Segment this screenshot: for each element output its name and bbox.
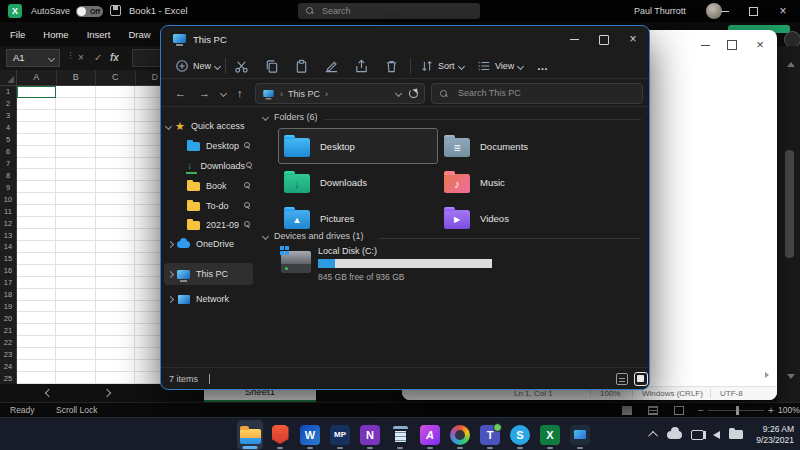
share-button[interactable] <box>354 53 369 79</box>
row-header[interactable]: 14 <box>0 241 16 253</box>
ribbon-tab[interactable]: Draw <box>128 29 150 40</box>
row-header[interactable]: 7 <box>0 158 16 170</box>
up-icon[interactable]: ↑ <box>237 79 243 107</box>
excel-minimize-button[interactable] <box>712 0 738 22</box>
excel-scrollbar-thumb[interactable] <box>785 150 794 258</box>
breadcrumb[interactable]: This PC <box>288 89 320 99</box>
row-header[interactable]: 10 <box>0 193 16 205</box>
folder-tile[interactable]: Downloads <box>278 164 438 200</box>
row-header[interactable]: 25 <box>0 372 16 384</box>
autosave-toggle[interactable]: Off <box>76 6 103 17</box>
save-icon[interactable] <box>110 5 121 16</box>
notepad-minimize-button[interactable] <box>693 30 719 60</box>
address-bar[interactable]: › This PC › <box>255 83 425 104</box>
taskbar-clock[interactable]: 9:26 AM 9/23/2021 <box>752 424 794 445</box>
volume-icon[interactable] <box>713 431 720 439</box>
paste-button[interactable] <box>294 53 309 79</box>
refresh-icon[interactable] <box>409 89 418 98</box>
new-button[interactable]: New <box>175 53 220 79</box>
notepad-close-button[interactable]: × <box>747 30 773 60</box>
sidebar-item[interactable]: This PC <box>164 263 253 285</box>
local-disk-item[interactable]: Local Disk (C:) 845 GB free of 936 GB <box>278 244 518 286</box>
taskbar-app-button[interactable]: X <box>537 420 563 450</box>
taskbar-app-button[interactable] <box>267 420 293 450</box>
devices-section-header[interactable]: Devices and drives (1) <box>263 231 364 241</box>
taskbar-app-button[interactable]: T <box>477 420 503 450</box>
name-box[interactable]: A1 <box>6 49 60 67</box>
row-header[interactable]: 17 <box>0 277 16 289</box>
view-button[interactable]: View <box>477 53 523 79</box>
back-icon[interactable]: ← <box>175 79 186 107</box>
cut-button[interactable] <box>234 53 249 79</box>
row-header[interactable]: 12 <box>0 217 16 229</box>
sort-button[interactable]: Sort <box>420 53 464 79</box>
column-header[interactable]: A <box>17 70 57 85</box>
normal-view-icon[interactable] <box>622 406 632 415</box>
row-header[interactable]: 21 <box>0 324 16 336</box>
sheet-nav-right-icon[interactable] <box>103 389 111 397</box>
ribbon-tab[interactable]: File <box>10 29 25 40</box>
expander-icon[interactable] <box>164 242 176 247</box>
row-header[interactable]: 2 <box>0 98 16 110</box>
delete-button[interactable] <box>384 53 399 79</box>
sidebar-item[interactable]: Desktop <box>164 136 253 156</box>
scroll-up-icon[interactable] <box>787 62 795 67</box>
sidebar-item[interactable]: OneDrive <box>164 234 253 254</box>
row-header[interactable]: 5 <box>0 134 16 146</box>
forward-icon[interactable]: → <box>199 79 210 107</box>
taskbar-app-button[interactable] <box>237 420 263 450</box>
details-view-icon[interactable] <box>616 373 628 385</box>
sidebar-item[interactable]: 2021-09 <box>164 215 253 235</box>
copy-button[interactable] <box>264 53 279 79</box>
cancel-icon[interactable]: × <box>78 49 84 67</box>
row-header[interactable]: 24 <box>0 360 16 372</box>
row-header[interactable]: 3 <box>0 110 16 122</box>
see-more-button[interactable]: … <box>537 53 549 79</box>
row-header[interactable]: 22 <box>0 336 16 348</box>
taskbar-app-button[interactable]: W <box>297 420 323 450</box>
sidebar-item[interactable]: ★ Quick access <box>164 116 253 136</box>
address-dropdown-icon[interactable] <box>395 90 402 97</box>
sidebar-item[interactable]: ↓ Downloads <box>164 156 253 176</box>
taskbar-app-button[interactable]: S <box>507 420 533 450</box>
insert-function-icon[interactable]: fx <box>110 49 119 67</box>
enter-icon[interactable]: ✓ <box>94 49 102 67</box>
row-header[interactable]: 15 <box>0 253 16 265</box>
rename-button[interactable] <box>324 53 339 79</box>
folder-tile[interactable]: Videos <box>438 200 598 236</box>
row-header[interactable]: 13 <box>0 229 16 241</box>
row-header[interactable]: 16 <box>0 265 16 277</box>
row-header[interactable]: 6 <box>0 146 16 158</box>
zoom-in-icon[interactable]: + <box>768 403 774 418</box>
taskbar-app-button[interactable]: A <box>417 420 443 450</box>
explorer-minimize-button[interactable] <box>562 28 588 51</box>
expander-icon[interactable] <box>164 124 174 129</box>
taskbar-app-button[interactable]: MP <box>327 420 353 450</box>
folder-tile[interactable]: Music <box>438 164 598 200</box>
zoom-level[interactable]: 100% <box>778 403 800 418</box>
column-header[interactable]: B <box>57 70 97 85</box>
page-layout-view-icon[interactable] <box>648 406 658 415</box>
ribbon-tab[interactable]: Insert <box>87 29 111 40</box>
onedrive-tray-icon[interactable] <box>667 431 682 439</box>
expander-icon[interactable] <box>164 272 176 277</box>
excel-search-box[interactable]: Search <box>298 3 480 19</box>
excel-maximize-button[interactable] <box>740 0 766 22</box>
row-header[interactable]: 4 <box>0 122 16 134</box>
large-icons-view-icon[interactable] <box>634 372 648 386</box>
sidebar-item[interactable]: To-do <box>164 196 253 216</box>
row-header[interactable]: 20 <box>0 313 16 325</box>
page-break-view-icon[interactable] <box>674 406 684 415</box>
sidebar-item[interactable]: Book <box>164 176 253 196</box>
column-header[interactable]: C <box>96 70 136 85</box>
explorer-search-input[interactable]: Search This PC <box>431 83 643 104</box>
recent-locations-icon[interactable] <box>220 90 227 97</box>
row-header[interactable]: 23 <box>0 348 16 360</box>
taskbar-app-button[interactable]: N <box>357 420 383 450</box>
row-header[interactable]: 8 <box>0 169 16 181</box>
zoom-out-icon[interactable]: − <box>698 403 704 418</box>
notepad-scroll-right-icon[interactable] <box>765 372 769 378</box>
taskbar-app-button[interactable] <box>387 420 413 450</box>
row-header[interactable]: 11 <box>0 205 16 217</box>
zoom-slider-knob[interactable] <box>736 406 739 415</box>
